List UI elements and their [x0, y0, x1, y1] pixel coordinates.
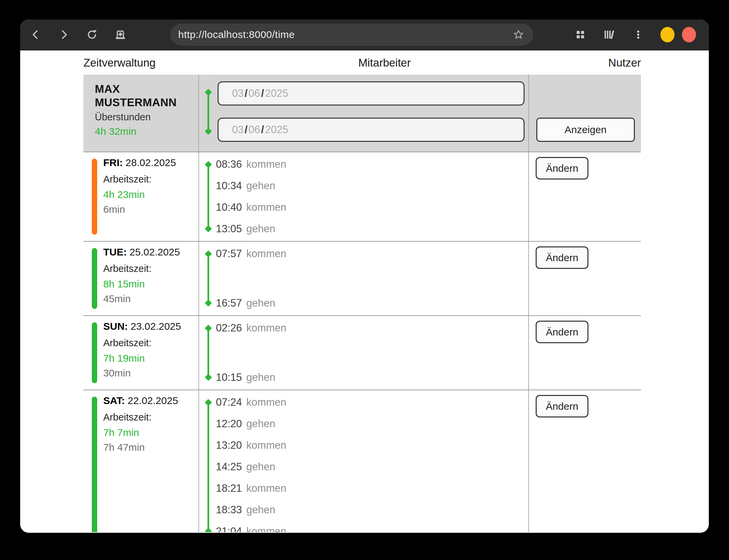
day-row: SUN:23.02.2025 Arbeitszeit: 7h 19min 30m…: [83, 316, 641, 390]
weekday-label: FRI:: [103, 157, 123, 168]
breaktime-value: 7h 47min: [103, 442, 178, 453]
time-entry: 18:21kommen: [216, 481, 528, 496]
time-entry: 10:15gehen: [216, 370, 528, 385]
aendern-button[interactable]: Ändern: [536, 321, 588, 343]
day-status-bar: [92, 159, 97, 235]
date-label: 25.02.2025: [129, 246, 180, 257]
nav-item-mitarbeiter[interactable]: Mitarbeiter: [358, 56, 411, 69]
time-entry: 02:26kommen: [216, 321, 528, 335]
url-text[interactable]: http://localhost:8000/time: [178, 29, 512, 40]
weekday-label: SAT:: [103, 395, 125, 406]
aendern-button[interactable]: Ändern: [536, 395, 588, 417]
new-tab-icon[interactable]: [114, 28, 127, 41]
time-entry: 13:05gehen: [216, 222, 528, 236]
date-label: 23.02.2025: [130, 321, 181, 332]
worktime-value: 8h 15min: [103, 278, 180, 290]
close-button[interactable]: [682, 27, 696, 42]
time-entry: 07:57kommen: [216, 246, 528, 261]
time-entries: 08:36kommen10:34gehen10:40kommen13:05geh…: [199, 152, 528, 241]
time-entries: 02:26kommen10:15gehen: [199, 316, 528, 390]
library-icon[interactable]: [603, 28, 616, 41]
employee-name-line2: MUSTERMANN: [95, 96, 198, 109]
day-row: TUE:25.02.2025 Arbeitszeit: 8h 15min 45m…: [83, 242, 641, 316]
time-entries: 07:57kommen16:57gehen: [199, 242, 528, 315]
page-content: Zeitverwaltung Mitarbeiter Nutzer MAX MU…: [20, 50, 709, 532]
worktime-label: Arbeitszeit:: [103, 412, 178, 423]
top-navigation: Zeitverwaltung Mitarbeiter Nutzer: [83, 56, 641, 69]
anzeigen-button[interactable]: Anzeigen: [536, 118, 635, 142]
time-entry: 07:24kommen: [216, 395, 528, 410]
aendern-button[interactable]: Ändern: [536, 246, 588, 269]
day-timeline: [207, 328, 209, 377]
nav-item-zeitverwaltung[interactable]: Zeitverwaltung: [83, 56, 198, 69]
day-row: SAT:22.02.2025 Arbeitszeit: 7h 7min 7h 4…: [83, 390, 641, 532]
weekday-label: SUN:: [103, 321, 128, 332]
time-entry: 10:34gehen: [216, 178, 528, 193]
back-icon[interactable]: [29, 28, 42, 41]
date-label: 22.02.2025: [127, 395, 178, 406]
nav-item-nutzer[interactable]: Nutzer: [608, 56, 641, 69]
day-timeline: [207, 164, 209, 229]
time-entry: 21:04kommen: [216, 524, 528, 532]
time-entry: 18:33gehen: [216, 503, 528, 517]
time-entry: 13:20kommen: [216, 438, 528, 453]
day-status-bar: [92, 322, 97, 383]
worktime-value: 7h 7min: [103, 427, 178, 438]
breaktime-value: 45min: [103, 293, 180, 305]
worktime-value: 7h 19min: [103, 353, 181, 364]
forward-icon[interactable]: [57, 28, 71, 41]
browser-window: http://localhost:8000/time: [20, 19, 709, 533]
reload-icon[interactable]: [85, 28, 99, 41]
breaktime-value: 6min: [103, 204, 176, 215]
menu-kebab-icon[interactable]: [631, 28, 645, 41]
time-entries: 07:24kommen12:20gehen13:20kommen14:25geh…: [199, 390, 528, 532]
time-entry: 12:20gehen: [216, 416, 528, 431]
worktime-value: 4h 23min: [103, 189, 176, 200]
day-row: FRI:28.02.2025 Arbeitszeit: 4h 23min 6mi…: [83, 152, 641, 242]
url-bar[interactable]: http://localhost:8000/time: [170, 24, 533, 46]
date-label: 28.02.2025: [125, 157, 176, 168]
worktime-label: Arbeitszeit:: [103, 337, 181, 349]
time-entry: 14:25gehen: [216, 459, 528, 474]
worktime-label: Arbeitszeit:: [103, 263, 180, 274]
date-range-timeline: [207, 92, 209, 131]
employee-name-line1: MAX: [95, 82, 198, 96]
date-from-input[interactable]: 03/06/2025: [218, 81, 525, 106]
time-entry: 16:57gehen: [216, 296, 528, 311]
minimize-button[interactable]: [660, 27, 675, 42]
time-entry: 08:36kommen: [216, 157, 528, 172]
day-timeline: [207, 254, 209, 303]
aendern-button[interactable]: Ändern: [536, 157, 588, 179]
tab-grid-icon[interactable]: [574, 28, 587, 41]
worktime-label: Arbeitszeit:: [103, 174, 176, 185]
day-status-bar: [92, 248, 97, 309]
weekday-label: TUE:: [103, 246, 127, 257]
overtime-label: Überstunden: [95, 112, 198, 123]
time-table: MAX MUSTERMANN Überstunden 4h 32min 03/0…: [83, 75, 641, 532]
browser-toolbar: http://localhost:8000/time: [20, 19, 709, 50]
date-to-input[interactable]: 03/06/2025: [218, 118, 525, 142]
day-rows: FRI:28.02.2025 Arbeitszeit: 4h 23min 6mi…: [83, 152, 641, 532]
summary-row: MAX MUSTERMANN Überstunden 4h 32min 03/0…: [83, 75, 641, 152]
day-status-bar: [92, 397, 97, 532]
day-timeline: [207, 402, 209, 531]
breaktime-value: 30min: [103, 367, 181, 379]
overtime-value: 4h 32min: [95, 126, 198, 137]
bookmark-star-icon[interactable]: [512, 28, 525, 41]
time-entry: 10:40kommen: [216, 200, 528, 215]
